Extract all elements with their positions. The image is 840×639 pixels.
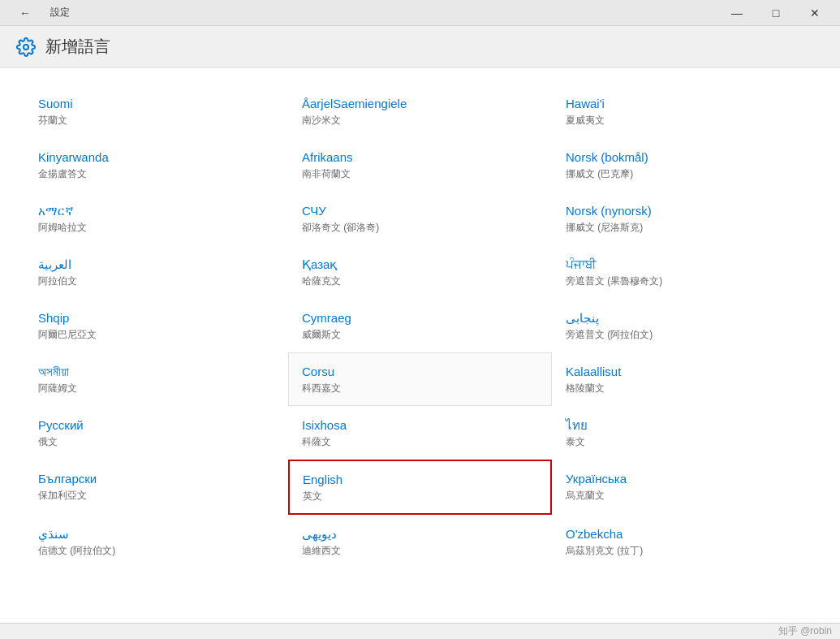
- language-subtitle: 芬蘭文: [38, 114, 274, 127]
- language-item[interactable]: ਪੰਜਾਬੀ旁遮普文 (果魯穆奇文): [552, 245, 816, 299]
- language-item[interactable]: O'zbekcha烏茲別克文 (拉丁): [552, 515, 816, 568]
- language-subtitle: 英文: [303, 490, 537, 503]
- page-header: 新增語言: [0, 26, 840, 68]
- language-name: O'zbekcha: [566, 525, 802, 542]
- title-bar-left: ← 設定: [6, 0, 70, 26]
- language-item[interactable]: Українська烏克蘭文: [552, 460, 816, 515]
- language-item[interactable]: العربية阿拉伯文: [24, 245, 288, 299]
- language-item[interactable]: Български保加利亞文: [24, 460, 288, 515]
- window-controls: — □ ✕: [718, 0, 834, 26]
- language-subtitle: 信德文 (阿拉伯文): [38, 544, 274, 558]
- language-name: Қазақ: [302, 256, 538, 273]
- language-item[interactable]: Kalaallisut格陵蘭文: [552, 352, 816, 406]
- language-item[interactable]: Isixhosa科薩文: [288, 406, 552, 460]
- language-subtitle: 挪威文 (尼洛斯克): [566, 221, 802, 235]
- language-subtitle: 保加利亞文: [38, 489, 274, 503]
- language-subtitle: 阿拉伯文: [38, 274, 274, 288]
- language-item[interactable]: Hawai'i夏威夷文: [552, 84, 816, 138]
- language-item[interactable]: Shqip阿爾巴尼亞文: [24, 299, 288, 352]
- language-subtitle: 旁遮普文 (阿拉伯文): [566, 328, 802, 342]
- language-subtitle: 烏克蘭文: [566, 489, 802, 503]
- language-name: Kinyarwanda: [38, 149, 274, 166]
- language-subtitle: 烏茲別克文 (拉丁): [566, 544, 802, 558]
- language-name: Hawai'i: [566, 95, 802, 112]
- language-item[interactable]: অসমীয়া阿薩姆文: [24, 352, 288, 406]
- language-subtitle: 夏威夷文: [566, 114, 802, 127]
- page-title: 新增語言: [45, 36, 110, 58]
- language-name: Suomi: [38, 95, 274, 112]
- language-name: Русский: [38, 417, 274, 434]
- language-item[interactable]: English英文: [288, 460, 552, 515]
- language-name: ÅarjelSaemiengiele: [302, 95, 538, 112]
- language-name: دیویهی: [302, 525, 538, 542]
- svg-point-0: [24, 45, 28, 50]
- language-subtitle: 迪維西文: [302, 544, 538, 558]
- language-item[interactable]: Kinyarwanda金揚盧答文: [24, 138, 288, 192]
- language-subtitle: 威爾斯文: [302, 328, 538, 342]
- language-subtitle: 科西嘉文: [302, 382, 538, 395]
- language-grid: Suomi芬蘭文ÅarjelSaemiengiele南沙米文Hawai'i夏威夷…: [24, 84, 816, 568]
- minimize-button[interactable]: —: [718, 0, 756, 26]
- language-name: Isixhosa: [302, 417, 538, 434]
- title-bar-title: 設定: [50, 6, 70, 19]
- language-item[interactable]: СЧУ卻洛奇文 (卻洛奇): [288, 192, 552, 245]
- language-name: پنجابی: [566, 309, 802, 326]
- language-item[interactable]: Norsk (nynorsk)挪威文 (尼洛斯克): [552, 192, 816, 245]
- language-name: Norsk (nynorsk): [566, 202, 802, 219]
- language-item[interactable]: Русский俄文: [24, 406, 288, 460]
- language-item[interactable]: ไทย泰文: [552, 406, 816, 460]
- language-subtitle: 科薩文: [302, 435, 538, 449]
- close-button[interactable]: ✕: [796, 0, 834, 26]
- language-name: አማርኛ: [38, 202, 274, 219]
- language-name: سنڌي: [38, 525, 274, 542]
- language-name: ਪੰਜਾਬੀ: [566, 256, 802, 273]
- language-subtitle: 南非荷蘭文: [302, 167, 538, 181]
- language-item[interactable]: Corsu科西嘉文: [288, 352, 552, 406]
- language-item[interactable]: Suomi芬蘭文: [24, 84, 288, 138]
- language-name: Shqip: [38, 309, 274, 326]
- language-name: Cymraeg: [302, 309, 538, 326]
- language-subtitle: 阿爾巴尼亞文: [38, 328, 274, 342]
- restore-button[interactable]: □: [757, 0, 795, 26]
- title-bar: ← 設定 — □ ✕: [0, 0, 840, 26]
- language-name: Corsu: [302, 363, 538, 380]
- language-item[interactable]: አማርኛ阿姆哈拉文: [24, 192, 288, 245]
- language-item[interactable]: پنجابی旁遮普文 (阿拉伯文): [552, 299, 816, 352]
- language-name: ไทย: [566, 417, 802, 434]
- language-item[interactable]: Қазақ哈薩克文: [288, 245, 552, 299]
- language-subtitle: 卻洛奇文 (卻洛奇): [302, 221, 538, 235]
- language-name: Kalaallisut: [566, 363, 802, 380]
- language-subtitle: 金揚盧答文: [38, 167, 274, 181]
- back-button[interactable]: ←: [6, 0, 44, 26]
- language-item[interactable]: Cymraeg威爾斯文: [288, 299, 552, 352]
- language-name: СЧУ: [302, 202, 538, 219]
- language-name: Afrikaans: [302, 149, 538, 166]
- watermark: 知乎 @robin: [778, 624, 832, 638]
- language-subtitle: 格陵蘭文: [566, 382, 802, 395]
- language-item[interactable]: Norsk (bokmål)挪威文 (巴克摩): [552, 138, 816, 192]
- language-name: English: [303, 471, 537, 488]
- language-subtitle: 挪威文 (巴克摩): [566, 167, 802, 181]
- gear-icon: [16, 37, 36, 57]
- language-name: العربية: [38, 256, 274, 273]
- language-list-container[interactable]: Suomi芬蘭文ÅarjelSaemiengiele南沙米文Hawai'i夏威夷…: [0, 68, 840, 623]
- language-subtitle: 哈薩克文: [302, 274, 538, 288]
- language-subtitle: 南沙米文: [302, 114, 538, 127]
- back-icon: ←: [19, 6, 31, 19]
- language-subtitle: 旁遮普文 (果魯穆奇文): [566, 274, 802, 288]
- bottom-bar: 知乎 @robin: [0, 623, 840, 639]
- language-name: Українська: [566, 470, 802, 487]
- language-item[interactable]: Afrikaans南非荷蘭文: [288, 138, 552, 192]
- language-subtitle: 俄文: [38, 435, 274, 449]
- language-name: অসমীয়া: [38, 363, 274, 380]
- language-subtitle: 阿姆哈拉文: [38, 221, 274, 235]
- language-item[interactable]: دیویهی迪維西文: [288, 515, 552, 568]
- language-item[interactable]: ÅarjelSaemiengiele南沙米文: [288, 84, 552, 138]
- language-subtitle: 阿薩姆文: [38, 382, 274, 395]
- language-subtitle: 泰文: [566, 435, 802, 449]
- language-item[interactable]: سنڌي信德文 (阿拉伯文): [24, 515, 288, 568]
- language-name: Norsk (bokmål): [566, 149, 802, 166]
- language-name: Български: [38, 470, 274, 487]
